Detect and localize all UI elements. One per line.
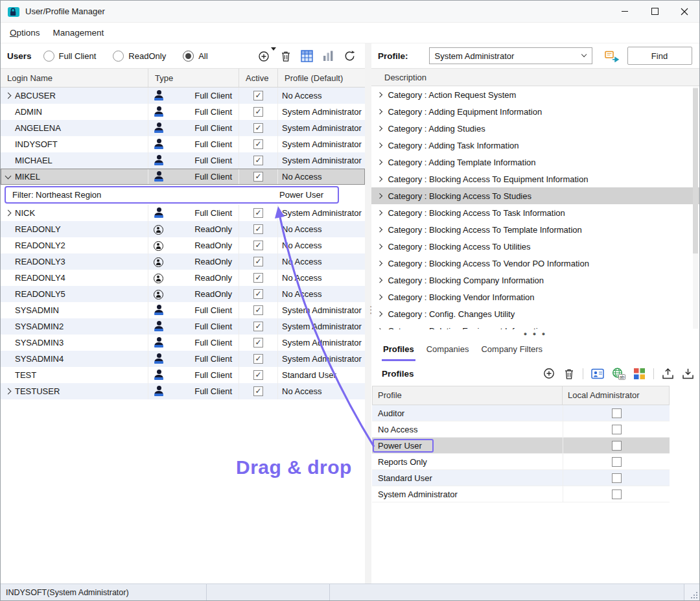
active-checkbox[interactable] (253, 322, 263, 331)
active-checkbox[interactable] (253, 370, 263, 380)
radio-button[interactable] (43, 51, 54, 62)
user-report-button[interactable] (322, 50, 334, 62)
profile-name[interactable]: No Access (373, 423, 434, 436)
expand-chevron-icon[interactable] (5, 388, 12, 395)
user-grid-view-button[interactable] (301, 50, 313, 62)
user-row[interactable]: ADMIN Full Client System Administrator (1, 104, 365, 120)
expand-chevron-icon[interactable] (377, 142, 383, 148)
user-row[interactable]: SYSADMIN3 Full Client System Administrat… (1, 335, 365, 351)
delete-user-button[interactable] (280, 50, 292, 62)
category-row[interactable]: Category : Blocking Access To Vendor PO … (371, 255, 699, 272)
user-row[interactable]: READONLY4 ReadOnly No Access (1, 270, 365, 286)
active-checkbox[interactable] (253, 354, 263, 364)
profile-row[interactable]: Auditor (372, 405, 670, 421)
category-row[interactable]: Category : Blocking Access To Task Infor… (371, 204, 699, 221)
local-admin-checkbox[interactable] (612, 408, 622, 418)
user-row[interactable]: MICHAEL Full Client System Administrator (1, 152, 365, 169)
local-admin-checkbox[interactable] (612, 457, 622, 467)
user-row[interactable]: NICK Full Client System Administrator (1, 205, 365, 221)
user-row[interactable]: SYSADMIN2 Full Client System Administrat… (1, 318, 365, 335)
category-row[interactable]: Category : Blocking Access To Equipment … (371, 171, 699, 187)
profile-name[interactable]: Standard User (373, 471, 438, 485)
active-checkbox[interactable] (253, 289, 263, 299)
radio-button[interactable] (113, 51, 124, 62)
profile-permissions-button[interactable] (633, 368, 646, 380)
resize-grip[interactable] (684, 584, 699, 600)
active-checkbox[interactable] (253, 241, 263, 250)
column-header-local-administrator[interactable]: Local Administrator (563, 386, 669, 405)
profile-details-button[interactable] (591, 368, 604, 379)
local-admin-checkbox[interactable] (612, 425, 622, 434)
tab[interactable]: Profiles (382, 344, 415, 361)
expand-chevron-icon[interactable] (377, 108, 383, 114)
active-checkbox[interactable] (253, 208, 263, 218)
expand-chevron-icon[interactable] (377, 294, 383, 300)
import-profiles-button[interactable] (682, 368, 694, 380)
user-row[interactable]: ANGELENA Full Client System Administrato… (1, 120, 365, 136)
user-row[interactable]: READONLY2 ReadOnly No Access (1, 237, 365, 253)
category-row[interactable]: Category : Blocking Access To Template I… (371, 221, 699, 238)
user-row[interactable]: SYSADMIN Full Client System Administrato… (1, 302, 365, 318)
find-button[interactable]: Find (627, 47, 692, 65)
copy-profile-icon[interactable] (604, 50, 620, 62)
expand-chevron-icon[interactable] (5, 172, 12, 179)
category-row[interactable]: Category : Adding Studies (371, 120, 699, 137)
user-row[interactable]: INDYSOFT Full Client System Administrato… (1, 136, 365, 152)
tab[interactable]: Company Filters (480, 344, 544, 361)
category-row[interactable]: Category : Deleting Equipment Informatio… (371, 322, 699, 329)
column-header-login-name[interactable]: Login Name (1, 69, 148, 87)
user-row[interactable]: TESTUSER Full Client No Access (1, 383, 365, 399)
category-row[interactable]: Category : Blocking Access To Utilities (371, 238, 699, 255)
category-scrollbar[interactable] (693, 87, 698, 329)
category-row[interactable]: Category : Blocking Access To Studies (371, 187, 699, 204)
category-row[interactable]: Category : Adding Task Information (371, 137, 699, 154)
expand-chevron-icon[interactable] (5, 93, 12, 99)
profile-name[interactable]: Auditor (373, 407, 434, 420)
profile-row[interactable]: Standard User (372, 470, 670, 486)
expand-chevron-icon[interactable] (377, 243, 383, 249)
column-header-profile[interactable]: Profile (Default) (278, 69, 365, 87)
add-user-dropdown-caret[interactable] (271, 47, 276, 51)
panel-splitter[interactable]: ⋮ (365, 43, 371, 583)
active-checkbox[interactable] (253, 386, 263, 396)
expand-chevron-icon[interactable] (377, 125, 383, 131)
column-header-active[interactable]: Active (239, 69, 278, 87)
local-admin-checkbox[interactable] (612, 441, 622, 451)
user-row[interactable]: READONLY3 ReadOnly No Access (1, 253, 365, 270)
active-checkbox[interactable] (253, 273, 263, 283)
horizontal-splitter[interactable]: ● ● ● (371, 329, 699, 338)
filter-radio[interactable]: All (183, 51, 207, 62)
user-row[interactable]: MIKEL Full Client No Access (1, 169, 365, 185)
local-admin-checkbox[interactable] (612, 473, 622, 483)
active-checkbox[interactable] (253, 91, 263, 100)
radio-button[interactable] (183, 51, 194, 62)
menu-item[interactable]: Management (52, 25, 106, 40)
user-row[interactable]: SYSADMIN4 Full Client System Administrat… (1, 351, 365, 367)
expand-chevron-icon[interactable] (377, 209, 383, 215)
close-button[interactable] (670, 1, 699, 22)
active-checkbox[interactable] (253, 156, 263, 165)
category-row[interactable]: Category : Blocking Vendor Information (371, 289, 699, 305)
expand-chevron-icon[interactable] (377, 159, 383, 165)
expand-chevron-icon[interactable] (377, 277, 383, 283)
add-user-button[interactable] (258, 49, 271, 62)
expand-chevron-icon[interactable] (377, 260, 383, 266)
menu-item[interactable]: Options (8, 25, 41, 40)
expand-chevron-icon[interactable] (377, 311, 383, 316)
refresh-users-button[interactable] (344, 50, 356, 62)
filter-drop-row[interactable]: Filter: Northeast Region Power User (5, 186, 339, 204)
export-profiles-button[interactable] (662, 368, 674, 380)
profile-name[interactable]: Reports Only (373, 455, 434, 469)
column-header-type[interactable]: Type (148, 69, 239, 87)
expand-chevron-icon[interactable] (5, 210, 12, 217)
add-profile-button[interactable] (542, 367, 555, 380)
profile-row[interactable]: Reports Only (372, 454, 670, 470)
active-checkbox[interactable] (253, 338, 263, 348)
active-checkbox[interactable] (253, 224, 263, 234)
active-checkbox[interactable] (253, 123, 263, 133)
user-row[interactable]: TEST Full Client Standard User (1, 367, 365, 383)
user-row[interactable]: READONLY ReadOnly No Access (1, 221, 365, 237)
chevron-down-icon[interactable] (578, 54, 592, 56)
expand-chevron-icon[interactable] (377, 91, 383, 97)
user-row[interactable]: READONLY5 ReadOnly No Access (1, 286, 365, 302)
